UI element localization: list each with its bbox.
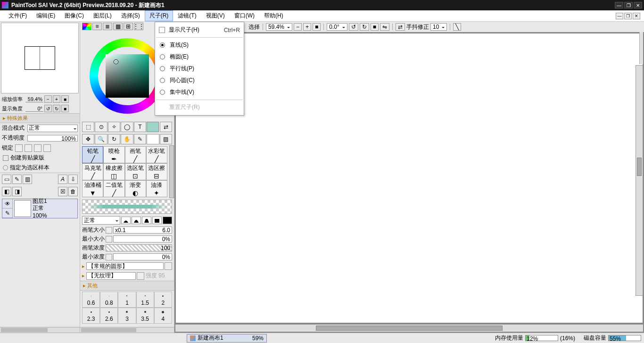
tip-med2[interactable] — [142, 217, 151, 224]
tb-zoom[interactable]: 59.4% — [266, 23, 292, 31]
merge-button[interactable]: ⇩ — [68, 175, 78, 184]
new-set-button[interactable]: ▥ — [23, 175, 32, 184]
size-cell[interactable]: 0.6 — [82, 292, 100, 308]
opacity-slider[interactable]: 100% — [27, 135, 78, 142]
background-color[interactable] — [147, 134, 159, 144]
tool-zoom[interactable]: 🔍 — [95, 134, 107, 144]
mindensity-slider[interactable]: 0% — [113, 253, 172, 260]
tool-rotate[interactable]: ↻ — [108, 134, 120, 144]
menu-view[interactable]: 视图(V) — [201, 10, 230, 21]
menu-help[interactable]: 帮助(H) — [259, 10, 288, 21]
show-ruler-item[interactable]: 显示尺子(H) Ctrl+R — [155, 24, 244, 36]
ruler-line-item[interactable]: 直线(S) — [155, 39, 244, 51]
tool-wand[interactable]: ✧ — [108, 122, 120, 132]
rotate-reset-button[interactable]: ■ — [61, 105, 69, 112]
menu-select[interactable]: 选择(S) — [116, 10, 145, 21]
ruler-ellipse-item[interactable]: 椭圆(E) — [155, 51, 244, 63]
zoom-out-button[interactable]: − — [44, 95, 52, 103]
color-swatches-tab[interactable]: ⊞ — [124, 23, 133, 30]
zoom-value[interactable]: 59.4% — [25, 96, 43, 102]
size-cell[interactable]: 2 — [154, 292, 172, 308]
doc-maximize-button[interactable]: ❐ — [624, 13, 632, 19]
size-cell[interactable]: 3.5 — [136, 308, 154, 324]
mindensity-link-icon[interactable] — [106, 254, 112, 260]
close-button[interactable]: ✕ — [634, 2, 642, 8]
brush-airbrush[interactable]: 喷枪✒ — [103, 146, 124, 163]
color-hsv-tab[interactable]: ≣ — [103, 23, 112, 30]
shape-expand[interactable]: 【常规的圆形】 — [80, 261, 174, 271]
brushsize-slider[interactable]: x0.16.0 — [113, 226, 172, 234]
brush-bucket[interactable]: 油漆桶▼ — [82, 180, 103, 197]
swap-colors[interactable]: ⇄ — [160, 122, 172, 132]
size-cell[interactable]: 2.6 — [100, 308, 118, 324]
clip-checkbox[interactable] — [3, 155, 8, 161]
lock-pixels[interactable] — [25, 144, 32, 152]
layer-item[interactable]: 👁✎ 图层1 正常 100% — [2, 199, 78, 218]
rotate-ccw-button[interactable]: ↺ — [44, 105, 52, 112]
rotate-cw-button[interactable]: ↻ — [53, 105, 60, 112]
brush-binary[interactable]: 二值笔╱ — [103, 180, 124, 197]
tip-med1[interactable] — [132, 217, 141, 224]
brush-watercolor[interactable]: 水彩笔╱ — [146, 146, 167, 163]
menu-filter[interactable]: 滤镜(T) — [173, 10, 201, 21]
menu-layer[interactable]: 图层(L) — [89, 10, 116, 21]
tool-shape[interactable]: ◯ — [121, 122, 133, 132]
tip-hard[interactable] — [152, 217, 162, 224]
tool-move[interactable]: ✥ — [82, 134, 94, 144]
blend-mode-select[interactable]: 正常 — [27, 125, 78, 132]
lock-all[interactable] — [43, 144, 51, 152]
toolpanel-scrollbar[interactable] — [80, 327, 174, 333]
texture-opts[interactable] — [137, 272, 144, 280]
doc-minimize-button[interactable]: — — [616, 13, 623, 19]
selsrc-radio[interactable] — [3, 165, 8, 170]
tool-sel-rect[interactable]: ⬚ — [82, 122, 94, 132]
fx-header[interactable]: 特殊效果 — [0, 113, 80, 123]
size-cell[interactable]: 0.8 — [100, 292, 118, 308]
brush-brush[interactable]: 画笔╱ — [125, 146, 146, 163]
menu-edit[interactable]: 编辑(E) — [32, 10, 60, 21]
brush-pencil[interactable]: 铅笔╱ — [82, 146, 103, 163]
canvas-hscroll[interactable] — [175, 324, 643, 332]
color-square[interactable] — [106, 54, 149, 98]
transfer-button[interactable]: A — [58, 175, 67, 184]
tb-angle[interactable]: 0.0° — [327, 23, 347, 31]
other-header[interactable]: 其他 — [80, 281, 174, 291]
tb-rot-ccw[interactable]: ↺ — [349, 23, 358, 31]
document-tab[interactable]: 新建画布1 59% — [187, 334, 267, 343]
canvas-vscroll[interactable] — [636, 65, 643, 296]
new-layer-button[interactable]: ▭ — [2, 175, 11, 184]
size-cell[interactable]: 2.3 — [82, 308, 100, 324]
apply-mask-button[interactable]: ◨ — [12, 187, 22, 196]
menu-file[interactable]: 文件(F) — [4, 10, 32, 21]
maximize-button[interactable]: ❐ — [624, 2, 633, 8]
tb-rot-reset[interactable]: ■ — [371, 23, 379, 31]
edit-icon[interactable]: ✎ — [2, 209, 12, 218]
brush-paint[interactable]: 油漆✦ — [146, 180, 167, 197]
texture-expand[interactable]: 【无纹理】强度 95 — [80, 271, 174, 281]
shape-opts[interactable] — [165, 262, 172, 270]
zoom-in-button[interactable]: + — [53, 95, 60, 103]
lock-none[interactable] — [15, 144, 23, 152]
brush-eraser[interactable]: 橡皮擦◫ — [103, 163, 124, 180]
minsize-link-icon[interactable] — [106, 236, 112, 243]
transparent-toggle[interactable]: ▨ — [160, 134, 172, 144]
delete-layer-button[interactable]: 🗑 — [68, 187, 78, 196]
tb-zoom-fit[interactable]: ■ — [313, 23, 321, 31]
brush-seleraser[interactable]: 选区擦⊟ — [146, 163, 167, 180]
mask-button[interactable]: ◧ — [2, 187, 11, 196]
tb-zoom-out[interactable]: − — [294, 23, 302, 31]
menu-image[interactable]: 图像(C) — [60, 10, 89, 21]
minsize-slider[interactable]: 0% — [113, 235, 172, 243]
color-wheel-tab[interactable] — [82, 23, 91, 30]
lock-position[interactable] — [34, 144, 41, 152]
menu-window[interactable]: 窗口(W) — [230, 10, 259, 21]
foreground-color[interactable] — [147, 122, 159, 132]
tool-hand[interactable]: ✋ — [121, 134, 133, 144]
tb-flip[interactable]: ⇋ — [380, 23, 389, 31]
ruler-parallel-item[interactable]: 平行线(P) — [155, 63, 244, 75]
color-scratchpad-tab[interactable]: ⋮⋮ — [134, 23, 143, 30]
density-slider[interactable]: 100 — [106, 244, 172, 251]
tb-line[interactable]: ╲ — [453, 23, 461, 31]
color-mixer-tab[interactable]: ▦ — [113, 23, 123, 30]
tool-eyedrop[interactable]: ✎ — [134, 134, 146, 144]
